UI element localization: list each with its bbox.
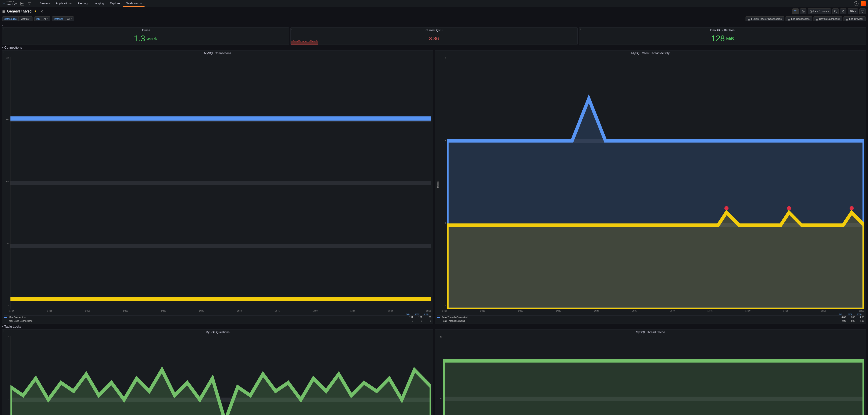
x-axis: 14:1014:1514:2014:2514:3014:3514:4014:45…: [2, 309, 433, 313]
nav-explore[interactable]: Explore: [107, 0, 123, 7]
clock-icon: [810, 10, 812, 13]
row-header-connections[interactable]: ▾Connections: [0, 45, 868, 50]
col-max[interactable]: max: [845, 313, 852, 316]
chart-plot[interactable]: [447, 57, 864, 309]
y-axis: 107.5052.500: [437, 336, 442, 415]
info-icon[interactable]: i: [580, 28, 581, 30]
svg-text:+: +: [797, 10, 797, 11]
grid-icon: [788, 18, 790, 20]
col-max[interactable]: max: [412, 313, 420, 316]
var-job-value[interactable]: All▾: [41, 17, 50, 21]
var-instance-label: instance: [52, 17, 65, 21]
zoom-out-button[interactable]: [832, 8, 839, 14]
settings-button[interactable]: [800, 8, 806, 14]
panel-title: MySQL Client Thread Activity: [435, 51, 866, 56]
sparkline: [290, 36, 318, 45]
legend-row[interactable]: Peak Threads Running2.003.002.07: [437, 319, 864, 323]
panel-title: MySQL Questions: [2, 329, 433, 335]
breadcrumb[interactable]: General/Mysql: [7, 9, 32, 13]
avatar[interactable]: [861, 1, 866, 6]
share-icon[interactable]: [40, 9, 43, 13]
row-header-empty[interactable]: ▾: [0, 23, 868, 27]
panel-title: Uptime: [2, 28, 289, 33]
add-panel-button[interactable]: +: [792, 8, 799, 14]
chart-plot[interactable]: [10, 57, 431, 309]
var-instance-value[interactable]: All▾: [65, 17, 74, 21]
swatch: [437, 317, 440, 318]
panel-buffer[interactable]: i InnoDB Buffer Pool 128MiB: [579, 27, 866, 45]
panel-title: MySQL Thread Cache: [435, 329, 866, 335]
row-header-tablelocks[interactable]: ▾Table Locks: [0, 324, 868, 329]
dashboard-toolbar: ▦ General/Mysql ★ + Last 1 hour ▾ 10s▾: [0, 7, 868, 16]
chart-plot[interactable]: [443, 336, 864, 415]
svg-rect-4: [794, 10, 796, 11]
legend: minmaxavg ▾ Max Connections151151151 Max…: [2, 313, 433, 324]
grid-icon: [748, 18, 750, 20]
grid-icon: [816, 18, 818, 20]
link-fusionreactor[interactable]: FusionReactor Dashboards: [746, 17, 784, 21]
star-icon[interactable]: ★: [34, 9, 37, 13]
tv-mode-button[interactable]: [859, 8, 866, 14]
col-min[interactable]: min: [402, 313, 409, 316]
col-avg[interactable]: avg ▾: [855, 313, 862, 316]
image-icon[interactable]: [20, 1, 25, 6]
var-datasource-value[interactable]: Metrics▾: [19, 17, 32, 21]
nav-applications[interactable]: Applications: [53, 0, 74, 7]
nav-alerting[interactable]: Alerting: [75, 0, 90, 7]
panel-thread-activity[interactable]: i MySQL Client Thread Activity Threads 6…: [435, 50, 866, 324]
chevron-down-icon: ▾: [855, 10, 856, 12]
legend-row[interactable]: Peak Threads Connected4.005.004.03: [437, 316, 864, 319]
info-icon[interactable]: i: [3, 330, 3, 332]
swatch: [4, 321, 7, 321]
nav-dashboards[interactable]: Dashboards: [123, 0, 145, 7]
y-axis: 43210: [4, 336, 9, 415]
panel-uptime[interactable]: i Uptime 1.3week: [2, 27, 289, 45]
panel-mysql-connections[interactable]: i MySQL Connections 200150100500 14:1014…: [2, 50, 433, 324]
nav-logging[interactable]: Logging: [91, 0, 106, 7]
link-logdashboards[interactable]: Log Dashboards: [785, 17, 812, 21]
crumb-page[interactable]: Mysql: [23, 9, 32, 13]
y-axis: 6420: [440, 57, 446, 309]
time-picker[interactable]: Last 1 hour ▾: [808, 8, 831, 14]
help-icon[interactable]: ?: [854, 1, 859, 6]
chat-icon[interactable]: [27, 1, 32, 6]
panel-title: MySQL Connections: [2, 51, 433, 56]
nav-servers[interactable]: Servers: [37, 0, 53, 7]
info-icon[interactable]: i: [436, 330, 436, 332]
refresh-value: 10s: [850, 10, 854, 13]
connections-row: i MySQL Connections 200150100500 14:1014…: [0, 50, 868, 324]
link-logbrowser[interactable]: Log Browser: [843, 17, 866, 21]
crumb-root[interactable]: General: [7, 9, 20, 13]
panel-questions[interactable]: i MySQL Questions 43210 14:1014:1514:201…: [2, 329, 433, 415]
uptime-unit: week: [147, 36, 157, 41]
refresh-button[interactable]: [840, 8, 846, 14]
col-min[interactable]: min: [835, 313, 842, 316]
grid-icon: [846, 18, 848, 20]
info-icon[interactable]: i: [291, 28, 292, 30]
col-avg[interactable]: avg ▾: [422, 313, 430, 316]
chart-plot[interactable]: [10, 336, 431, 415]
tablelocks-row: i MySQL Questions 43210 14:1014:1514:201…: [0, 329, 868, 415]
y-axis-label: Threads: [437, 57, 439, 309]
panel-qps[interactable]: i Current QPS 3.36: [290, 27, 578, 45]
uptime-value: 1.3: [134, 34, 145, 43]
link-davids[interactable]: Davids Dashboard: [813, 17, 842, 21]
legend-row[interactable]: Max Connections151151151: [4, 316, 431, 319]
apps-icon[interactable]: ▦: [2, 9, 5, 13]
buffer-unit: MiB: [726, 36, 734, 41]
time-label: Last 1 hour: [813, 10, 827, 13]
logo-icon: ✻: [2, 1, 6, 6]
panel-thread-cache[interactable]: i MySQL Thread Cache 107.5052.500 14:101…: [435, 329, 866, 415]
legend-row[interactable]: Max Used Connections888: [4, 319, 431, 323]
panel-title: Current QPS: [290, 28, 578, 33]
info-icon[interactable]: i: [3, 51, 3, 54]
info-icon[interactable]: i: [436, 51, 436, 54]
chevron-down-icon: ▾: [828, 10, 829, 12]
qps-value: 3.36: [429, 36, 439, 41]
x-axis: 14:1014:1514:2014:2514:3014:3514:4014:45…: [435, 309, 866, 313]
y-axis: 200150100500: [4, 57, 9, 309]
logo[interactable]: ✻ fusionreactor™: [2, 1, 17, 6]
variable-row: datasource Metrics▾ job All▾ instance Al…: [0, 16, 868, 23]
info-icon[interactable]: i: [3, 28, 3, 30]
refresh-interval[interactable]: 10s▾: [848, 8, 858, 14]
